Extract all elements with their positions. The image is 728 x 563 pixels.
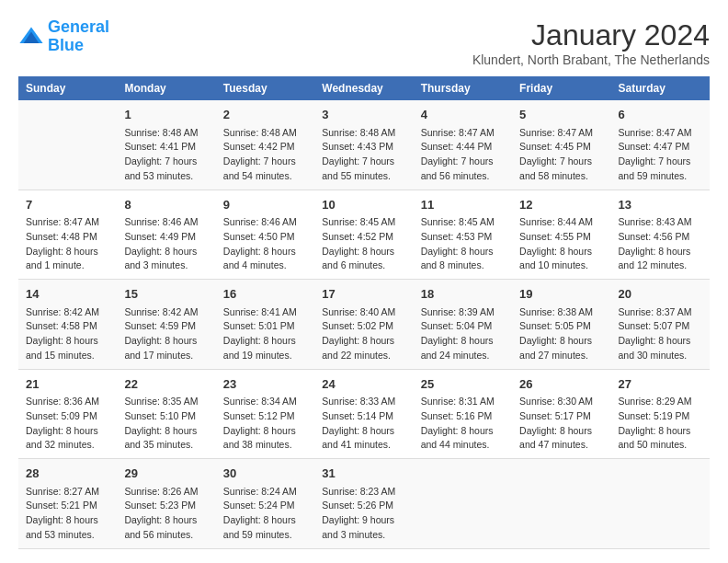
calendar-cell: 24Sunrise: 8:33 AMSunset: 5:14 PMDayligh… bbox=[314, 369, 413, 459]
calendar-cell: 6Sunrise: 8:47 AMSunset: 4:47 PMDaylight… bbox=[611, 100, 710, 190]
day-info: Daylight: 8 hours bbox=[519, 245, 603, 259]
day-info: Daylight: 8 hours bbox=[124, 424, 208, 439]
day-info: Daylight: 7 hours bbox=[519, 155, 603, 169]
day-info: Sunset: 5:09 PM bbox=[26, 409, 109, 424]
day-info: Daylight: 8 hours bbox=[223, 513, 307, 528]
day-info: Sunrise: 8:23 AM bbox=[322, 485, 405, 500]
day-info: Daylight: 8 hours bbox=[124, 513, 208, 528]
calendar-cell: 3Sunrise: 8:48 AMSunset: 4:43 PMDaylight… bbox=[314, 100, 413, 190]
calendar-cell: 9Sunrise: 8:46 AMSunset: 4:50 PMDaylight… bbox=[216, 190, 314, 280]
day-info: Daylight: 7 hours bbox=[124, 155, 208, 169]
day-info: and 1 minute. bbox=[26, 259, 109, 273]
day-info: Daylight: 7 hours bbox=[619, 155, 702, 169]
day-info: Sunrise: 8:48 AM bbox=[223, 126, 307, 141]
day-number: 29 bbox=[124, 465, 208, 483]
day-info: Daylight: 8 hours bbox=[519, 334, 603, 349]
day-number: 16 bbox=[223, 285, 307, 304]
day-info: Daylight: 8 hours bbox=[223, 334, 307, 349]
day-info: Sunrise: 8:42 AM bbox=[124, 305, 208, 320]
day-number: 18 bbox=[421, 285, 505, 304]
day-info: Sunset: 5:01 PM bbox=[223, 319, 307, 334]
day-info: Daylight: 8 hours bbox=[619, 334, 702, 349]
calendar-cell: 4Sunrise: 8:47 AMSunset: 4:44 PMDaylight… bbox=[414, 100, 512, 190]
day-number: 22 bbox=[124, 375, 208, 394]
day-info: Sunset: 5:10 PM bbox=[124, 409, 208, 424]
day-info: and 35 minutes. bbox=[124, 438, 208, 453]
day-info: Sunrise: 8:43 AM bbox=[619, 215, 702, 230]
day-info: and 53 minutes. bbox=[26, 528, 109, 543]
calendar-cell: 25Sunrise: 8:31 AMSunset: 5:16 PMDayligh… bbox=[414, 369, 512, 459]
day-info: and 12 minutes. bbox=[619, 259, 702, 273]
day-number: 7 bbox=[26, 196, 109, 214]
week-row-1: 1Sunrise: 8:48 AMSunset: 4:41 PMDaylight… bbox=[18, 100, 710, 190]
calendar-cell: 12Sunrise: 8:44 AMSunset: 4:55 PMDayligh… bbox=[512, 190, 610, 280]
day-info: Daylight: 8 hours bbox=[124, 334, 208, 349]
day-info: Sunset: 4:56 PM bbox=[619, 230, 702, 245]
day-info: Daylight: 8 hours bbox=[322, 245, 405, 259]
day-info: Sunrise: 8:47 AM bbox=[619, 126, 702, 141]
location: Klundert, North Brabant, The Netherlands bbox=[472, 52, 710, 67]
day-info: and 6 minutes. bbox=[322, 259, 405, 273]
day-info: and 44 minutes. bbox=[421, 438, 505, 453]
weekday-header-row: SundayMondayTuesdayWednesdayThursdayFrid… bbox=[18, 76, 710, 100]
day-number: 21 bbox=[26, 375, 109, 394]
day-info: Daylight: 8 hours bbox=[124, 245, 208, 259]
day-number: 3 bbox=[322, 106, 405, 124]
day-number: 30 bbox=[223, 465, 307, 483]
day-info: Daylight: 8 hours bbox=[223, 245, 307, 259]
calendar-cell: 14Sunrise: 8:42 AMSunset: 4:58 PMDayligh… bbox=[18, 280, 117, 370]
day-info: Sunset: 5:26 PM bbox=[322, 499, 405, 513]
day-info: Sunset: 5:02 PM bbox=[322, 319, 405, 334]
day-info: Sunrise: 8:45 AM bbox=[322, 215, 405, 230]
calendar-cell: 28Sunrise: 8:27 AMSunset: 5:21 PMDayligh… bbox=[18, 459, 117, 549]
weekday-header-thursday: Thursday bbox=[414, 76, 512, 100]
day-info: and 4 minutes. bbox=[223, 259, 307, 273]
day-number: 9 bbox=[223, 196, 307, 214]
calendar-cell bbox=[414, 459, 512, 549]
calendar-cell: 30Sunrise: 8:24 AMSunset: 5:24 PMDayligh… bbox=[216, 459, 314, 549]
day-number: 12 bbox=[519, 196, 603, 214]
day-info: and 10 minutes. bbox=[519, 259, 603, 273]
day-info: Sunrise: 8:48 AM bbox=[124, 126, 208, 141]
day-info: and 55 minutes. bbox=[322, 169, 405, 184]
day-info: Sunset: 4:47 PM bbox=[619, 140, 702, 155]
day-number: 26 bbox=[519, 375, 603, 394]
day-info: and 3 minutes. bbox=[322, 528, 405, 543]
day-info: Sunset: 5:19 PM bbox=[619, 409, 702, 424]
day-info: Sunset: 5:24 PM bbox=[223, 499, 307, 513]
day-info: Sunrise: 8:34 AM bbox=[223, 395, 307, 409]
weekday-header-wednesday: Wednesday bbox=[314, 76, 413, 100]
day-info: Sunset: 5:04 PM bbox=[421, 319, 505, 334]
day-info: and 58 minutes. bbox=[519, 169, 603, 184]
day-info: Sunrise: 8:26 AM bbox=[124, 485, 208, 500]
day-info: and 41 minutes. bbox=[322, 438, 405, 453]
logo-text: General Blue bbox=[48, 18, 109, 55]
day-info: Sunrise: 8:42 AM bbox=[26, 305, 109, 320]
calendar-cell: 16Sunrise: 8:41 AMSunset: 5:01 PMDayligh… bbox=[216, 280, 314, 370]
day-info: and 54 minutes. bbox=[223, 169, 307, 184]
calendar-cell: 18Sunrise: 8:39 AMSunset: 5:04 PMDayligh… bbox=[414, 280, 512, 370]
weekday-header-monday: Monday bbox=[117, 76, 215, 100]
day-info: Daylight: 8 hours bbox=[26, 424, 109, 439]
day-number: 5 bbox=[519, 106, 603, 124]
day-info: Sunset: 5:23 PM bbox=[124, 499, 208, 513]
week-row-4: 21Sunrise: 8:36 AMSunset: 5:09 PMDayligh… bbox=[18, 369, 710, 459]
day-info: Sunrise: 8:47 AM bbox=[519, 126, 603, 141]
day-number: 27 bbox=[619, 375, 702, 394]
page-header: General Blue January 2024 Klundert, Nort… bbox=[18, 18, 710, 67]
day-info: and 17 minutes. bbox=[124, 349, 208, 363]
day-info: Sunset: 5:14 PM bbox=[322, 409, 405, 424]
day-info: Sunrise: 8:46 AM bbox=[223, 215, 307, 230]
day-number: 31 bbox=[322, 465, 405, 483]
day-info: Daylight: 7 hours bbox=[223, 155, 307, 169]
day-info: Sunrise: 8:41 AM bbox=[223, 305, 307, 320]
day-info: Daylight: 8 hours bbox=[26, 334, 109, 349]
day-info: Sunset: 4:49 PM bbox=[124, 230, 208, 245]
day-info: and 15 minutes. bbox=[26, 349, 109, 363]
day-number: 20 bbox=[619, 285, 702, 304]
day-number: 2 bbox=[223, 106, 307, 124]
week-row-5: 28Sunrise: 8:27 AMSunset: 5:21 PMDayligh… bbox=[18, 459, 710, 549]
day-info: and 38 minutes. bbox=[223, 438, 307, 453]
day-info: Daylight: 7 hours bbox=[421, 155, 505, 169]
calendar-cell: 13Sunrise: 8:43 AMSunset: 4:56 PMDayligh… bbox=[611, 190, 710, 280]
